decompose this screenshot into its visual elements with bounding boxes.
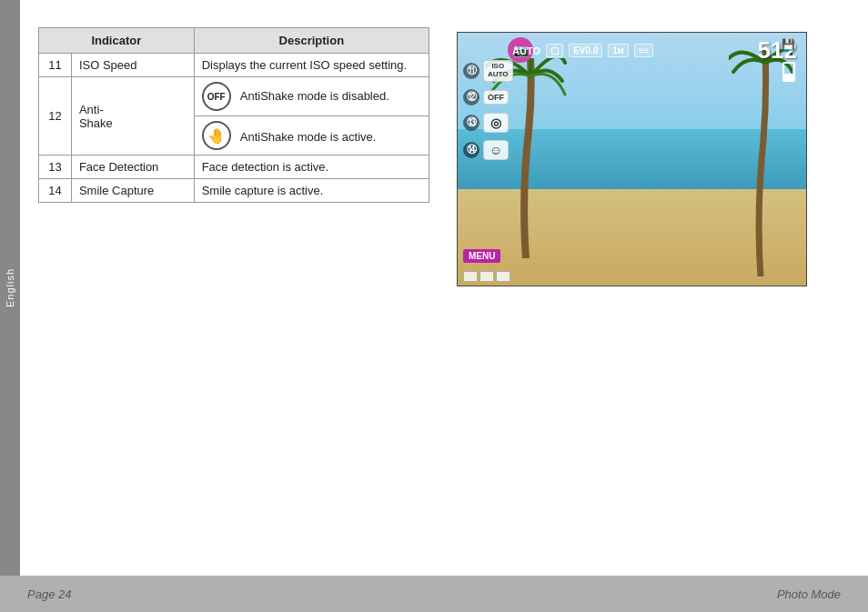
row-desc-14: Smile capture is active. (194, 179, 429, 203)
row-indicator-14: Smile Capture (71, 179, 194, 203)
auto-label: AUTO (512, 45, 540, 56)
cam-indicator-12: ⑫ OFF (463, 89, 513, 105)
camera-frame: 📷 AUTO ▢ EV0.0 1M ≡≡ 512 💾 ⑪ I (457, 32, 807, 286)
sidebar: English (0, 0, 20, 576)
row-desc-13: Face detection is active. (194, 156, 429, 179)
table-row: 11 ISO Speed Displays the current ISO sp… (39, 54, 429, 77)
row-num-11: 11 (39, 54, 72, 77)
row-indicator-12: Anti-Shake (71, 77, 194, 156)
table-row: 12 Anti-Shake OFF AntiShake mode is disa… (39, 77, 429, 116)
burst-badge: ≡≡ (634, 44, 654, 57)
row-desc-12-disabled: OFF AntiShake mode is disabled. (194, 77, 429, 116)
row-indicator-11: ISO Speed (71, 54, 194, 77)
photo-mode-label: Photo Mode (777, 587, 841, 601)
smile-indicator: ☺ (483, 140, 509, 160)
antishake-off-icon: OFF (202, 82, 231, 111)
page-number: Page 24 (27, 587, 71, 601)
main-content: Indicator Description 11 ISO Speed Displ… (20, 0, 868, 576)
frame-badge: ▢ (546, 44, 563, 57)
battery-icon (782, 62, 795, 82)
menu-label[interactable]: MENU (463, 249, 500, 263)
cam-indicator-13: ⑬ ◎ (463, 113, 513, 133)
bottom-icon-3 (496, 271, 510, 282)
antishake-off-label: OFF (207, 92, 226, 102)
battery-fill (784, 74, 793, 80)
row-desc-11: Displays the current ISO speed setting. (194, 54, 429, 77)
row-indicator-13: Face Detection (71, 156, 194, 179)
antishake-active-icon: 🤚 (202, 121, 231, 150)
sidebar-label: English (5, 268, 15, 307)
table-row: 14 Smile Capture Smile capture is active… (39, 179, 429, 203)
indicator-num-11: ⑪ (463, 63, 479, 79)
ev-badge: EV0.0 (569, 44, 602, 57)
cam-indicator-14: ⑭ ☺ (463, 140, 513, 160)
indicator-table: Indicator Description 11 ISO Speed Displ… (38, 27, 429, 203)
cam-indicator-11: ⑪ ISOAUTO (463, 60, 513, 82)
row-num-14: 14 (39, 179, 72, 203)
antishake-indicator: OFF (483, 90, 509, 105)
indicator-num-14: ⑭ (463, 142, 479, 158)
camera-preview-section: 📷 AUTO ▢ EV0.0 1M ≡≡ 512 💾 ⑪ I (457, 27, 850, 557)
row-num-13: 13 (39, 156, 72, 179)
face-detection-indicator: ◎ (483, 113, 509, 133)
table-header-indicator: Indicator (39, 28, 195, 54)
antishake-active-symbol: 🤚 (207, 127, 226, 145)
iso-indicator: ISOAUTO (483, 60, 513, 82)
indicator-num-12: ⑫ (463, 89, 479, 105)
bottom-icon-2 (479, 271, 494, 282)
indicator-table-section: Indicator Description 11 ISO Speed Displ… (38, 27, 429, 557)
resolution-badge: 1M (608, 44, 629, 57)
footer: Page 24 Photo Mode (0, 576, 868, 612)
row-num-12: 12 (39, 77, 72, 156)
table-row: 13 Face Detection Face detection is acti… (39, 156, 429, 179)
sd-card-icon: 💾 (782, 38, 795, 51)
row-desc-12-active: 🤚 AntiShake mode is active. (194, 116, 429, 156)
table-header-description: Description (194, 28, 429, 54)
camera-bottom-bar (463, 271, 510, 282)
camera-left-indicators: ⑪ ISOAUTO ⑫ OFF ⑬ ◎ ⑭ ☺ (463, 60, 513, 160)
indicator-num-13: ⑬ (463, 115, 479, 131)
camera-top-bar: AUTO ▢ EV0.0 1M ≡≡ 512 (512, 36, 797, 65)
bottom-icon-1 (463, 271, 478, 282)
palm-tree-right (729, 49, 792, 276)
